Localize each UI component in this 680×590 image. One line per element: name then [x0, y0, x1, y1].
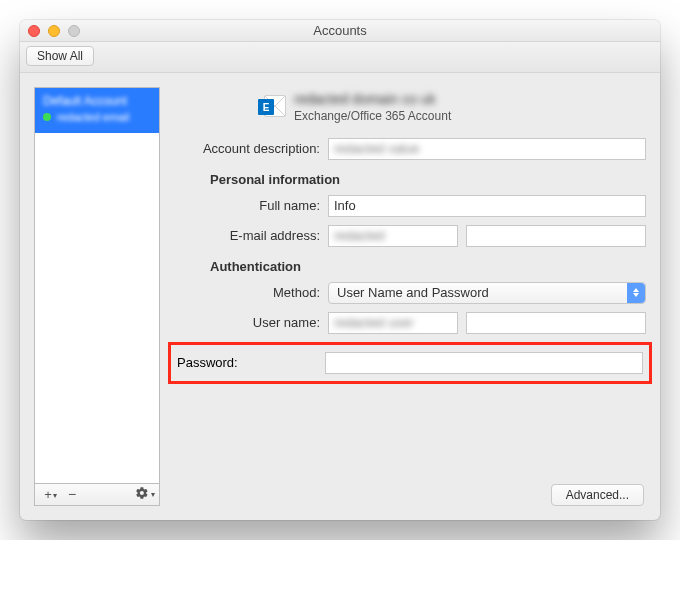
gear-icon: [135, 486, 149, 503]
accounts-window: Accounts Show All Default Account redact…: [20, 20, 660, 520]
label-method: Method:: [174, 285, 328, 300]
row-email: E-mail address: redacted: [174, 225, 646, 247]
user-name-field[interactable]: redacted user: [328, 312, 458, 334]
add-remove-group: +▾ −: [39, 487, 83, 501]
method-select[interactable]: User Name and Password: [328, 282, 646, 304]
row-account-description: Account description: redacted value: [174, 138, 646, 160]
window-title: Accounts: [313, 23, 366, 38]
user-name-extra-field[interactable]: [466, 312, 646, 334]
label-personal-information: Personal information: [210, 172, 340, 187]
remove-account-button[interactable]: −: [61, 487, 83, 501]
account-item-subtitle: redacted email: [57, 111, 129, 123]
label-password: Password:: [177, 355, 325, 370]
chevron-down-icon: ▾: [53, 491, 57, 500]
username-split: redacted user: [328, 312, 646, 334]
show-all-button[interactable]: Show All: [26, 46, 94, 66]
advanced-button[interactable]: Advanced...: [551, 484, 644, 506]
method-select-wrap: User Name and Password: [328, 282, 646, 304]
sidebar-footer: +▾ − ▾: [34, 484, 160, 506]
account-item-title: Default Account: [43, 94, 151, 108]
sidebar: Default Account redacted email +▾ −: [34, 87, 160, 506]
password-field[interactable]: [325, 352, 643, 374]
add-account-button[interactable]: +▾: [39, 487, 61, 501]
account-list-item[interactable]: Default Account redacted email: [35, 88, 159, 133]
label-account-description: Account description:: [174, 141, 328, 156]
section-personal-information: Personal information: [174, 172, 646, 187]
label-email: E-mail address:: [174, 228, 328, 243]
method-select-value: User Name and Password: [337, 285, 489, 300]
row-password-highlight: Password:: [168, 342, 652, 384]
exchange-badge-icon: E: [258, 99, 274, 115]
label-authentication: Authentication: [210, 259, 301, 274]
minimize-window-button[interactable]: [48, 25, 60, 37]
email-domain-field[interactable]: [466, 225, 646, 247]
maximize-window-button: [68, 25, 80, 37]
section-authentication: Authentication: [174, 259, 646, 274]
account-form: Account description: redacted value Pers…: [174, 138, 646, 506]
row-user-name: User name: redacted user: [174, 312, 646, 334]
label-user-name: User name:: [174, 315, 328, 330]
chevron-down-icon: ▾: [151, 490, 155, 499]
toolbar: Show All: [20, 42, 660, 73]
account-item-sub: redacted email: [43, 111, 151, 123]
detail-pane: E redacted domain co uk Exchange/Office …: [174, 87, 646, 506]
exchange-icon: E: [258, 93, 286, 121]
email-local-field[interactable]: redacted: [328, 225, 458, 247]
close-window-button[interactable]: [28, 25, 40, 37]
traffic-lights: [28, 25, 80, 37]
account-list: Default Account redacted email: [34, 87, 160, 484]
account-header: E redacted domain co uk Exchange/Office …: [258, 91, 646, 124]
settings-menu-button[interactable]: ▾: [135, 486, 155, 503]
full-name-field[interactable]: [328, 195, 646, 217]
detail-footer: Advanced...: [174, 484, 646, 506]
titlebar: Accounts: [20, 20, 660, 42]
label-full-name: Full name:: [174, 198, 328, 213]
account-header-subtitle: Exchange/Office 365 Account: [294, 109, 451, 124]
email-split: redacted: [328, 225, 646, 247]
status-dot-icon: [43, 113, 51, 121]
account-description-field[interactable]: redacted value: [328, 138, 646, 160]
content: Default Account redacted email +▾ −: [20, 73, 660, 520]
account-header-text: redacted domain co uk Exchange/Office 36…: [294, 91, 451, 124]
row-full-name: Full name:: [174, 195, 646, 217]
account-header-title: redacted domain co uk: [294, 91, 451, 109]
row-method: Method: User Name and Password: [174, 282, 646, 304]
select-stepper-icon: [627, 283, 645, 303]
